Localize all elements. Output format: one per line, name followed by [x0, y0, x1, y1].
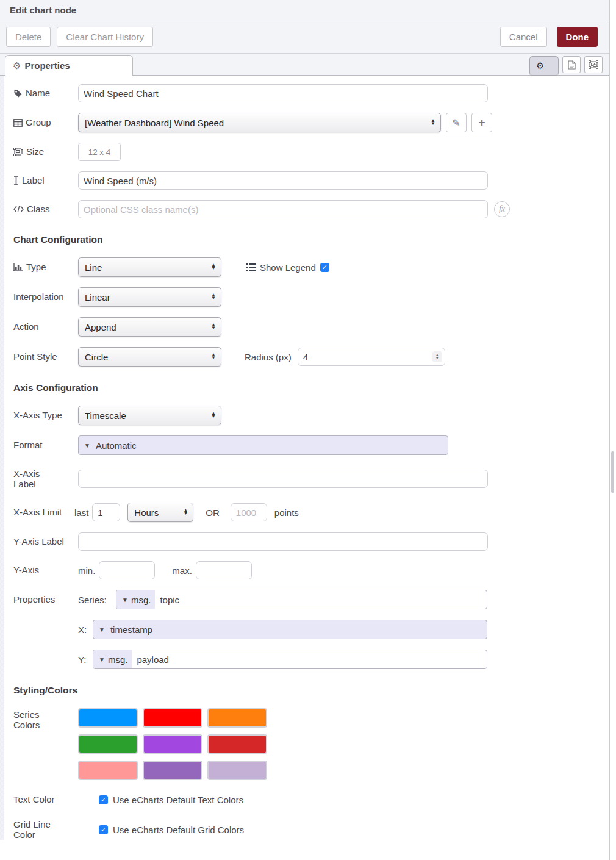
edit-group-button[interactable]: ✎ — [446, 113, 467, 132]
series-colors-grid — [78, 708, 267, 780]
chevron-down-icon: ▼ — [122, 597, 128, 603]
row-grid-color: Grid Line Color Use eCharts Default Grid… — [13, 819, 610, 840]
limit-points-label: points — [274, 507, 299, 518]
delete-button[interactable]: Delete — [6, 27, 51, 47]
row-action: Action Append ▲▼ — [13, 317, 610, 337]
fx-icon: fx — [494, 201, 510, 217]
row-x-property: X: ▼ timestamp — [13, 620, 610, 639]
row-format: Format ▼ Automatic — [13, 435, 610, 455]
node-description-button[interactable] — [562, 56, 581, 73]
x-type-button[interactable]: ▼ — [93, 620, 109, 639]
y-property-typedinput[interactable]: ▼ msg. payload — [93, 650, 487, 669]
name-input[interactable] — [78, 84, 488, 102]
x-property-typedinput[interactable]: ▼ timestamp — [93, 620, 487, 639]
row-series-property: Properties Series: ▼ msg. topic — [13, 590, 610, 609]
select-arrows-icon: ▲▼ — [431, 120, 435, 126]
series-label: Series: — [78, 595, 116, 605]
series-colors-label: Series Colors — [13, 708, 78, 731]
number-spinner-icon[interactable]: ▲▼ — [432, 351, 442, 362]
axis-configuration-heading: Axis Configuration — [13, 382, 610, 393]
row-series-colors: Series Colors — [13, 708, 610, 780]
x-axis-type-label: X-Axis Type — [13, 410, 78, 420]
row-name: Name — [13, 84, 610, 102]
format-typedinput[interactable]: ▼ Automatic — [78, 435, 448, 455]
x-axis-type-select[interactable]: Timescale ▲▼ — [78, 406, 221, 425]
done-button[interactable]: Done — [557, 27, 598, 47]
y-axis-label-label: Y-Axis Label — [13, 536, 78, 546]
dialog-header: Edit chart node — [0, 0, 610, 20]
text-color-checkbox[interactable] — [99, 795, 108, 804]
row-text-color: Text Color Use eCharts Default Text Colo… — [13, 790, 610, 809]
gear-icon: ⚙ — [536, 60, 544, 71]
tab-properties[interactable]: ⚙ Properties — [5, 55, 133, 76]
action-select[interactable]: Append ▲▼ — [78, 317, 221, 337]
color-swatch[interactable] — [143, 734, 202, 754]
row-x-axis-label: X-Axis Label — [13, 465, 610, 492]
object-group-icon — [589, 60, 598, 69]
radius-input[interactable] — [298, 348, 445, 366]
type-select[interactable]: Line ▲▼ — [78, 257, 221, 277]
node-appearance-button[interactable] — [584, 56, 603, 73]
point-style-select[interactable]: Circle ▲▼ — [78, 347, 221, 367]
y-max-input[interactable] — [196, 561, 252, 579]
bar-chart-icon — [13, 263, 23, 271]
vertical-scrollbar[interactable] — [609, 0, 616, 860]
series-type-button[interactable]: ▼ msg. — [116, 590, 155, 609]
color-swatch[interactable] — [143, 708, 202, 728]
interpolation-select[interactable]: Linear ▲▼ — [78, 287, 221, 307]
color-swatch[interactable] — [78, 708, 138, 728]
x-axis-label-input[interactable] — [78, 470, 488, 488]
format-label: Format — [13, 440, 78, 450]
row-y-axis: Y-Axis min. max. — [13, 561, 610, 579]
select-arrows-icon: ▲▼ — [211, 294, 216, 300]
size-button[interactable]: 12 x 4 — [78, 143, 121, 161]
interpolation-label: Interpolation — [13, 292, 78, 302]
color-swatch[interactable] — [207, 761, 267, 780]
color-swatch[interactable] — [78, 761, 138, 780]
x-axis-limit-label: X-Axis Limit — [13, 507, 74, 517]
legend-list-icon — [246, 263, 256, 271]
limit-value-input[interactable] — [92, 503, 120, 521]
row-type: Type Line ▲▼ Show Legend — [13, 257, 610, 277]
cancel-button[interactable]: Cancel — [500, 27, 547, 47]
grid-color-checkbox[interactable] — [99, 825, 108, 834]
color-swatch[interactable] — [207, 734, 267, 754]
label-input[interactable] — [78, 171, 488, 190]
series-typedinput[interactable]: ▼ msg. topic — [116, 590, 487, 609]
group-select[interactable]: [Weather Dashboard] Wind Speed ▲▼ — [78, 113, 441, 132]
chevron-down-icon: ▼ — [99, 656, 105, 663]
row-x-axis-limit: X-Axis Limit last Hours ▲▼ OR points — [13, 503, 610, 522]
row-group: Group [Weather Dashboard] Wind Speed ▲▼ … — [13, 113, 610, 132]
select-arrows-icon: ▲▼ — [211, 264, 216, 270]
row-label: Label — [13, 171, 610, 190]
class-input[interactable] — [78, 200, 488, 218]
document-icon — [568, 60, 576, 70]
row-y-property: Y: ▼ msg. payload — [13, 650, 610, 669]
clear-chart-history-button[interactable]: Clear Chart History — [57, 27, 153, 47]
y-type-button[interactable]: ▼ msg. — [93, 650, 132, 668]
chevron-down-icon: ▼ — [99, 626, 105, 633]
add-group-button[interactable]: + — [471, 113, 492, 132]
row-y-axis-label: Y-Axis Label — [13, 532, 610, 551]
y-min-input[interactable] — [99, 561, 155, 579]
scrollbar-thumb[interactable] — [611, 451, 614, 493]
row-interpolation: Interpolation Linear ▲▼ — [13, 287, 610, 307]
color-swatch[interactable] — [207, 708, 267, 728]
size-label: Size — [13, 146, 78, 157]
limit-unit-select[interactable]: Hours ▲▼ — [127, 503, 193, 522]
type-label: Type — [13, 262, 78, 272]
text-color-checkbox-label: Use eCharts Default Text Colors — [113, 795, 243, 805]
node-settings-button[interactable]: ⚙ — [529, 56, 559, 76]
y-property-label: Y: — [78, 654, 93, 665]
tab-properties-label: Properties — [24, 60, 70, 71]
show-legend-label: Show Legend — [260, 262, 316, 273]
color-swatch[interactable] — [143, 761, 202, 780]
y-axis-label-input[interactable] — [78, 532, 488, 551]
limit-or-label: OR — [206, 507, 220, 518]
limit-points-input[interactable] — [231, 503, 267, 521]
color-swatch[interactable] — [78, 734, 138, 754]
code-icon — [13, 206, 24, 213]
chart-configuration-heading: Chart Configuration — [13, 234, 610, 245]
row-x-axis-type: X-Axis Type Timescale ▲▼ — [13, 406, 610, 425]
show-legend-checkbox[interactable] — [320, 263, 329, 272]
